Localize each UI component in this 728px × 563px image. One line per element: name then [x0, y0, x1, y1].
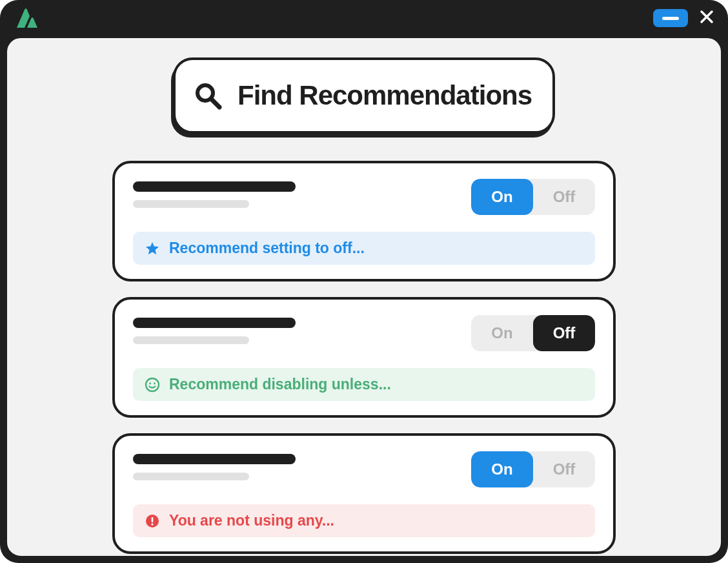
setting-title-placeholder	[133, 454, 296, 480]
setting-card: On Off Recommend setting to off...	[112, 161, 616, 282]
toggle-group: On Off	[471, 315, 595, 351]
toggle-group: On Off	[471, 451, 595, 487]
app-window: Find Recommendations On Off	[0, 0, 728, 563]
alert-icon	[145, 513, 160, 529]
app-logo-icon	[14, 7, 39, 29]
svg-point-2	[146, 378, 159, 391]
close-button[interactable]	[700, 10, 714, 26]
search-label: Find Recommendations	[238, 80, 532, 111]
setting-card: On Off You are not using any...	[112, 433, 616, 554]
svg-point-7	[151, 523, 153, 525]
toggle-off-button[interactable]: Off	[533, 179, 595, 215]
toggle-on-button[interactable]: On	[471, 451, 533, 487]
toggle-off-button[interactable]: Off	[533, 315, 595, 351]
toggle-group: On Off	[471, 179, 595, 215]
recommendation-banner: Recommend setting to off...	[133, 232, 595, 265]
toggle-on-button[interactable]: On	[471, 315, 533, 351]
svg-line-1	[211, 99, 219, 107]
recommendation-text: You are not using any...	[169, 512, 334, 529]
smile-icon	[145, 377, 160, 393]
recommendation-text: Recommend setting to off...	[169, 240, 365, 257]
star-icon	[145, 241, 160, 256]
recommendation-text: Recommend disabling unless...	[169, 376, 391, 393]
search-bar[interactable]: Find Recommendations	[173, 57, 555, 134]
titlebar	[0, 0, 728, 36]
setting-title-placeholder	[133, 181, 296, 208]
recommendation-banner: You are not using any...	[133, 504, 595, 537]
setting-title-placeholder	[133, 318, 296, 344]
toggle-on-button[interactable]: On	[471, 179, 533, 215]
content-panel: Find Recommendations On Off	[5, 36, 723, 558]
setting-card: On Off Recommend disabling unless...	[112, 297, 616, 418]
recommendation-banner: Recommend disabling unless...	[133, 368, 595, 401]
toggle-off-button[interactable]: Off	[533, 451, 595, 487]
search-icon	[194, 81, 222, 110]
minimize-button[interactable]	[653, 9, 688, 27]
svg-rect-6	[152, 517, 154, 522]
svg-point-3	[149, 382, 151, 384]
svg-point-4	[154, 382, 156, 384]
